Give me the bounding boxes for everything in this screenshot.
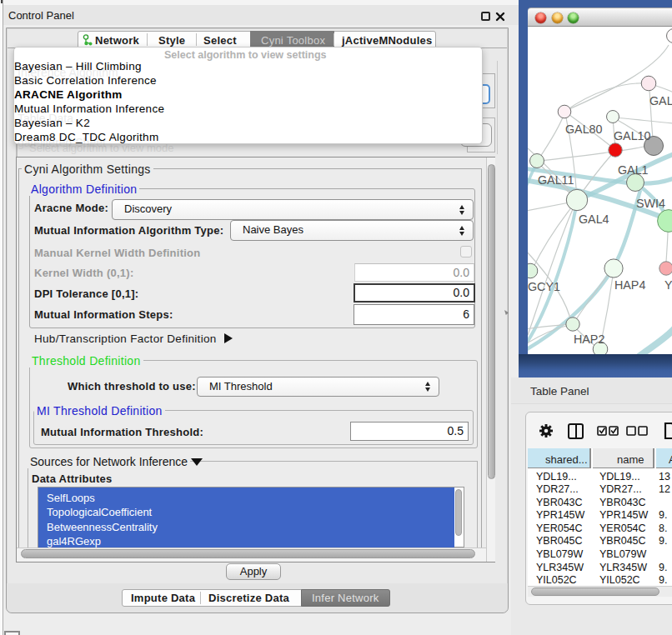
svg-text:GAL4: GAL4 [579,212,609,226]
svg-text:Y: Y [664,278,672,292]
svg-text:HAP4: HAP4 [614,278,645,292]
svg-text:GCY1: GCY1 [528,280,560,293]
svg-text:SWI4: SWI4 [636,197,665,210]
svg-text:GAL1: GAL1 [618,163,649,177]
svg-text:GAL80: GAL80 [565,122,603,136]
svg-text:HAP2: HAP2 [574,332,604,346]
svg-text:GAL10: GAL10 [614,129,651,142]
svg-text:GAL11: GAL11 [538,173,574,187]
svg-text:GAL: GAL [649,94,672,108]
